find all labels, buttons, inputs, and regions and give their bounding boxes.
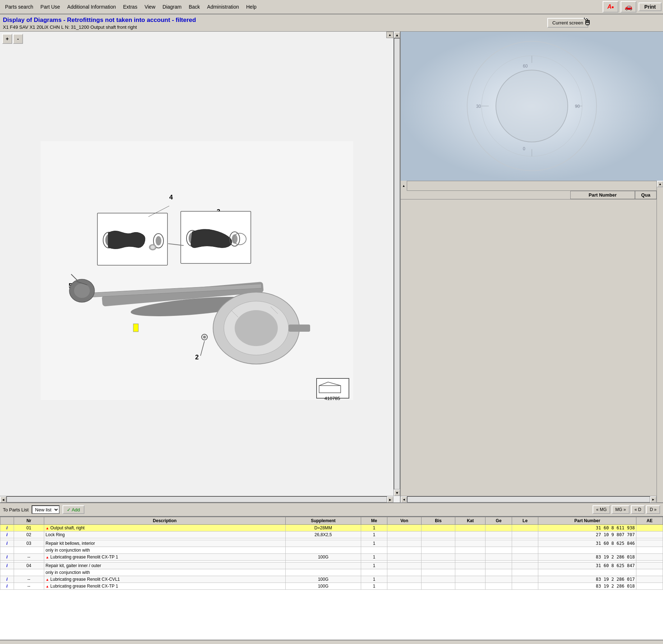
zoom-in-button[interactable]: + [2,34,12,44]
table-cell: 27 10 9 807 707 [538,532,636,538]
table-cell [455,532,485,538]
new-list-dropdown[interactable]: New list [32,505,60,514]
panel-up-arrow[interactable]: ▲ [386,32,393,38]
diagram-vscrollbar[interactable]: ▲ ▼ [393,32,400,496]
table-cell: ▲ Lubricating grease Renolit CX-TP 1 [44,583,285,590]
table-cell: 31 60 8 611 938 [538,525,636,532]
table-cell: 83 19 2 286 018 [538,554,636,561]
diagram-hscrollbar[interactable]: ◄ ► [0,496,393,502]
table-row[interactable]: i--▲ Lubricating grease Renolit CX-CVL11… [0,576,663,583]
svg-point-17 [151,245,155,249]
right-hscroll-right[interactable]: ► [650,496,657,503]
parts-table-container: Nr Description Supplement Me Von Bis Kat… [0,517,663,640]
parts-toolbar: To Parts List New list ✓ Add « MG MG » «… [0,503,663,517]
decorative-svg: 60 0 30 90 [401,32,663,181]
svg-rect-39 [317,378,349,398]
menu-administration[interactable]: Administration [203,3,243,11]
table-cell [455,583,485,590]
icon-btn-a[interactable]: A■ [603,1,618,13]
table-cell [485,532,512,538]
table-cell[interactable]: i [0,562,14,569]
table-cell[interactable]: i [0,532,14,538]
table-cell [512,583,538,590]
table-row[interactable]: only in conjunction with [0,547,663,554]
status-bar [0,640,663,644]
table-cell [512,562,538,569]
svg-text:410785: 410785 [324,396,340,400]
to-parts-list-label: To Parts List [3,507,29,512]
diagram-image-area: 4 3 5 2 [0,45,393,496]
table-cell [455,547,485,554]
scroll-right-btn[interactable]: ► [387,496,393,502]
print-button[interactable]: Print [639,3,662,11]
table-cell[interactable]: i [0,576,14,583]
table-row[interactable]: i02Lock Ring26,8X2,5127 10 9 807 707 [0,532,663,538]
right-hscroll-left[interactable]: ◄ [401,496,407,503]
table-cell [636,569,663,576]
table-row[interactable]: i01▲ Output shaft, rightD=28MM131 60 8 6… [0,525,663,532]
col-nr: Nr [14,517,44,525]
menu-additional-info[interactable]: Additional Information [64,3,119,11]
table-cell [421,547,455,554]
table-cell: 83 19 2 286 018 [538,583,636,590]
right-scroll-up-btn[interactable]: ▲ [657,181,663,187]
menu-view[interactable]: View [141,3,159,11]
table-row[interactable]: only in conjunction with [0,569,663,576]
table-cell: Repair kit bellows, interior [44,540,285,547]
table-cell: 26,8X2,5 [285,532,361,538]
table-cell[interactable]: i [0,554,14,561]
nav-mg-prev[interactable]: « MG [593,505,610,514]
col-info [0,517,14,525]
table-cell[interactable] [0,547,14,554]
table-cell [636,576,663,583]
nav-d-prev[interactable]: « D [631,505,645,514]
scroll-down-btn[interactable]: ▼ [394,489,400,496]
table-row[interactable]: i--▲ Lubricating grease Renolit CX-TP 11… [0,554,663,561]
menu-parts-search[interactable]: Parts search [1,3,37,11]
icon-btn-car[interactable]: 🚗 [621,1,636,13]
table-cell[interactable]: i [0,583,14,590]
svg-point-28 [235,310,278,346]
table-cell [421,532,455,538]
add-button[interactable]: ✓ Add [63,505,84,514]
table-cell: ▲ Output shaft, right [44,525,285,532]
svg-text:4: 4 [169,194,173,201]
table-cell: 1 [361,532,387,538]
menu-extras[interactable]: Extras [119,3,141,11]
table-cell: 1 [361,525,387,532]
right-hscrollbar[interactable]: ◄ ► [401,496,657,502]
table-cell [512,532,538,538]
table-cell [636,525,663,532]
right-vscrollbar[interactable]: ▲ [657,181,663,502]
table-row[interactable]: i--▲ Lubricating grease Renolit CX-TP 11… [0,583,663,590]
current-screen-button[interactable]: Current screen [547,18,588,28]
menu-back[interactable]: Back [185,3,203,11]
table-cell: ▲ Lubricating grease Renolit CX-TP 1 [44,554,285,561]
table-row[interactable]: i03Repair kit bellows, interior131 60 8 … [0,540,663,547]
table-cell: ▲ Lubricating grease Renolit CX-CVL1 [44,576,285,583]
parts-table: Nr Description Supplement Me Von Bis Kat… [0,517,663,590]
menu-help[interactable]: Help [243,3,260,11]
table-cell: 1 [361,554,387,561]
status-text [3,643,4,644]
menu-part-use[interactable]: Part Use [37,3,64,11]
col-bis: Bis [421,517,455,525]
right-scroll-up[interactable]: ▲ [401,181,407,191]
table-cell[interactable] [0,569,14,576]
nav-d-next[interactable]: D » [646,505,660,514]
menu-diagram[interactable]: Diagram [159,3,185,11]
table-row[interactable]: i04Repair kit, gaiter inner / outer131 6… [0,562,663,569]
table-cell [421,540,455,547]
table-cell[interactable]: i [0,540,14,547]
table-cell [455,569,485,576]
table-cell: 02 [14,532,44,538]
scroll-left-btn[interactable]: ◄ [0,496,6,502]
table-cell[interactable]: i [0,525,14,532]
svg-rect-0 [41,141,353,400]
table-cell [512,540,538,547]
nav-mg-next[interactable]: MG » [612,505,629,514]
scroll-up-btn[interactable]: ▲ [394,32,400,38]
zoom-out-button[interactable]: - [13,34,23,44]
menu-bar: Parts search Part Use Additional Informa… [0,0,663,14]
zoom-controls: + - [2,34,23,44]
